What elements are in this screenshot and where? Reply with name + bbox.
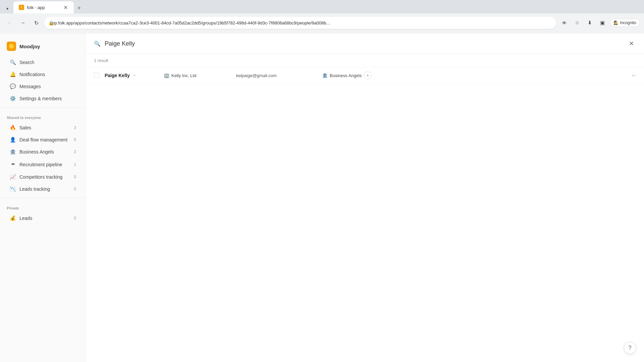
section-shared-title: Shared to everyone [0,110,86,122]
fire-icon: 🔥 [9,125,16,131]
sidebar-item-label: Sales [19,125,70,130]
table-row[interactable]: Paige Kelly ··· 🏢 Kelly Inc. Ltd kelpaig… [86,67,644,84]
row-menu-button[interactable]: ··· [132,73,137,78]
section-private-title: Private [0,201,86,212]
incognito-icon: 🕵 [613,20,619,25]
contact-tag: 🏦 Business Angels + [322,71,372,79]
sidebar-item-recruitment[interactable]: •• Recruitment pipeline 1 [3,158,83,171]
results-list: Paige Kelly ··· 🏢 Kelly Inc. Ltd kelpaig… [86,67,644,362]
toolbar-right: 👁 ☆ ⬇ ▣ 🕵 Incognito [559,17,640,28]
sidebar-item-label: Messages [19,84,76,89]
sidebar-item-settings[interactable]: ⚙️ Settings & members [3,93,83,104]
sidebar-item-label: Competitors tracking [19,174,70,180]
new-tab-button[interactable]: + [74,3,85,13]
sidebar-item-dealflow[interactable]: 👤 Deal flow management 0 [3,134,83,145]
sidebar-item-messages[interactable]: 💬 Messages [3,81,83,92]
sidebar-item-competitors[interactable]: 📈 Competitors tracking 0 [3,171,83,183]
sidebar-item-notifications[interactable]: 🔔 Notifications [3,69,83,80]
add-tag-button[interactable]: + [364,71,372,79]
address-bar[interactable] [44,17,556,29]
browser-toolbar: ← → ↻ 🔒 👁 ☆ ⬇ ▣ 🕵 Incognito [0,13,644,32]
contact-company: 🏢 Kelly Inc. Ltd [164,73,231,78]
dots-icon: •• [9,161,16,168]
results-count: 1 result [86,54,644,67]
tab-list-button[interactable]: ▾ [3,4,12,13]
sidebar-item-label: Search [19,60,76,65]
refresh-button[interactable]: ↻ [31,17,42,28]
chart-up-icon: 📈 [9,174,16,180]
eye-slash-icon[interactable]: 👁 [559,17,570,28]
sidebar-item-label: Recruitment pipeline [19,162,70,167]
forward-button[interactable]: → [17,17,28,28]
sidebar-divider-2 [0,198,86,198]
sidebar-item-label: Business Angels [19,149,70,155]
person-icon: 👤 [9,137,16,143]
sidebar-item-search[interactable]: 🔍 Search [3,57,83,68]
lock-icon: 🔒 [48,20,54,25]
star-icon[interactable]: ☆ [572,17,582,28]
app-layout: 🟡 Moodjoy 🔍 Search 🔔 Notifications 💬 Mes… [0,34,644,362]
message-icon: 💬 [9,83,16,89]
sidebar-item-count: 1 [74,162,76,167]
sidebar-item-leads[interactable]: 💰 Leads 0 [3,213,83,224]
tag-icon: 🏦 [322,73,328,78]
row-action-button[interactable]: ↩ [632,72,636,79]
contact-email: kelpaige@gmail.com [236,73,317,78]
sidebar-item-label: Deal flow management [19,137,70,142]
active-tab[interactable]: f folk - app ✕ [13,1,74,13]
money-icon: 💰 [9,215,16,221]
tab-favicon: f [19,5,24,10]
bell-icon: 🔔 [9,71,16,77]
tab-close-button[interactable]: ✕ [62,4,68,10]
chart-down-icon: 📉 [9,186,16,192]
download-icon[interactable]: ⬇ [584,17,595,28]
sidebar-item-count: 0 [74,187,76,191]
bank-icon: 🏦 [9,149,16,155]
sidebar-item-business-angels[interactable]: 🏦 Business Angels 2 [3,146,83,158]
sidebar-item-label: Leads tracking [19,186,70,192]
sidebar-item-count: 2 [74,149,76,154]
back-button[interactable]: ← [4,17,15,28]
search-close-button[interactable]: ✕ [627,39,636,48]
tab-title: folk - app [27,5,45,10]
sidebar-toggle-button[interactable]: ▣ [597,17,608,28]
search-icon-main: 🔍 [94,41,101,47]
address-bar-wrapper: 🔒 [44,17,556,29]
main-content: 🔍 ✕ 1 result Paige Kelly ··· 🏢 Kelly Inc… [86,34,644,362]
sidebar: 🟡 Moodjoy 🔍 Search 🔔 Notifications 💬 Mes… [0,34,86,362]
sidebar-item-count: 0 [74,216,76,221]
logo-icon: 🟡 [7,42,16,51]
incognito-badge: 🕵 Incognito [610,19,640,27]
browser-tabs: ▾ f folk - app ✕ + [0,0,644,13]
sidebar-item-count: 0 [74,137,76,142]
logo-name: Moodjoy [19,44,40,49]
sidebar-item-label: Settings & members [19,96,76,101]
row-checkbox[interactable] [94,73,99,78]
search-header: 🔍 ✕ [86,34,644,54]
settings-icon: ⚙️ [9,96,16,102]
sidebar-divider [0,107,86,108]
sidebar-logo: 🟡 Moodjoy [0,39,86,56]
contact-name: Paige Kelly ··· [105,73,158,78]
sidebar-item-count: 3 [74,125,76,130]
sidebar-item-count: 0 [74,175,76,179]
search-icon: 🔍 [9,59,16,65]
help-button[interactable]: ? [624,342,636,354]
sidebar-item-sales[interactable]: 🔥 Sales 3 [3,122,83,133]
incognito-label: Incognito [620,20,636,25]
sidebar-item-label: Notifications [19,72,76,77]
search-input[interactable] [105,40,623,47]
sidebar-item-leads-tracking[interactable]: 📉 Leads tracking 0 [3,183,83,195]
company-icon: 🏢 [164,73,169,78]
browser-chrome: ▾ f folk - app ✕ + ← → ↻ 🔒 👁 ☆ ⬇ ▣ 🕵 Inc… [0,0,644,34]
sidebar-item-label: Leads [19,216,70,221]
